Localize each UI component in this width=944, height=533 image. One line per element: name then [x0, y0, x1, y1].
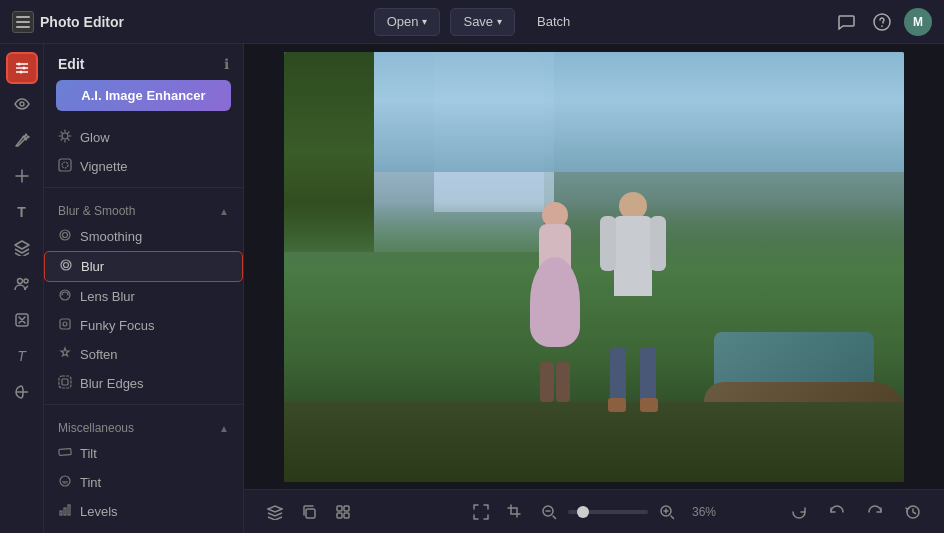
glow-label: Glow: [80, 130, 110, 145]
bottom-toolbar: 36%: [244, 489, 944, 533]
chat-icon[interactable]: [832, 8, 860, 36]
bottom-right-tools: [784, 497, 928, 527]
svg-point-16: [62, 162, 68, 168]
blur-label: Blur: [81, 259, 104, 274]
svg-rect-38: [344, 513, 349, 518]
crop-icon[interactable]: [500, 497, 530, 527]
canvas-view[interactable]: [244, 44, 944, 489]
svg-point-12: [24, 279, 28, 283]
svg-rect-25: [62, 379, 68, 385]
glow-item[interactable]: Glow: [44, 123, 243, 152]
canvas-area: 36%: [244, 44, 944, 533]
topbar-actions: M: [832, 8, 932, 36]
bottom-center-tools: 36%: [466, 497, 722, 527]
expand-icon[interactable]: [466, 497, 496, 527]
text-icon-btn[interactable]: T: [6, 196, 38, 228]
couple-silhouette: [520, 202, 668, 402]
svg-rect-15: [59, 159, 71, 171]
svg-rect-34: [306, 509, 315, 518]
funky-focus-item[interactable]: Funky Focus: [44, 311, 243, 340]
misc-section-header[interactable]: Miscellaneous ▲: [44, 411, 243, 439]
people-icon-btn[interactable]: [6, 268, 38, 300]
healing-icon-btn[interactable]: [6, 160, 38, 192]
open-button[interactable]: Open ▾: [374, 8, 441, 36]
zoom-slider[interactable]: [568, 510, 648, 514]
user-avatar[interactable]: M: [904, 8, 932, 36]
svg-rect-29: [64, 508, 66, 515]
zoom-in-icon[interactable]: [652, 497, 682, 527]
svg-rect-28: [60, 511, 62, 515]
batch-button[interactable]: Batch: [525, 8, 582, 36]
bottom-left-tools: [260, 497, 358, 527]
lens-blur-label: Lens Blur: [80, 289, 135, 304]
svg-point-14: [62, 133, 68, 139]
svg-point-10: [20, 102, 24, 106]
levels-icon: [58, 503, 72, 520]
panel-info-icon[interactable]: ℹ: [224, 56, 229, 72]
tint-icon: [58, 474, 72, 491]
svg-rect-22: [60, 319, 70, 329]
divider-1: [44, 187, 243, 188]
app-title: Photo Editor: [40, 14, 124, 30]
misc-chevron: ▲: [219, 423, 229, 434]
mask-icon-btn[interactable]: [6, 304, 38, 336]
refresh-icon[interactable]: [784, 497, 814, 527]
blur-edges-item[interactable]: Blur Edges: [44, 369, 243, 398]
soften-icon: [58, 346, 72, 363]
svg-point-3: [874, 14, 890, 30]
adjust-icon-btn[interactable]: [6, 52, 38, 84]
svg-point-8: [22, 67, 25, 70]
svg-point-23: [63, 322, 67, 326]
layers-icon-btn[interactable]: [6, 232, 38, 264]
undo-icon[interactable]: [822, 497, 852, 527]
save-button[interactable]: Save ▾: [450, 8, 515, 36]
main-layout: T T: [0, 44, 944, 533]
soften-item[interactable]: Soften: [44, 340, 243, 369]
art-icon-btn[interactable]: [6, 376, 38, 408]
blur-edges-label: Blur Edges: [80, 376, 144, 391]
type2-icon-btn[interactable]: T: [6, 340, 38, 372]
tilt-item[interactable]: Tilt: [44, 439, 243, 468]
blur-item[interactable]: Blur: [44, 251, 243, 282]
smoothing-icon: [58, 228, 72, 245]
history-icon[interactable]: [898, 497, 928, 527]
layers-tool-icon[interactable]: [260, 497, 290, 527]
svg-rect-24: [59, 376, 71, 388]
tilt-label: Tilt: [80, 446, 97, 461]
topbar: Photo Editor Open ▾ Save ▾ Batch M: [0, 0, 944, 44]
vignette-item[interactable]: Vignette: [44, 152, 243, 181]
svg-point-7: [17, 63, 20, 66]
levels-item[interactable]: Levels: [44, 497, 243, 526]
ai-enhancer-button[interactable]: A.I. Image Enhancer: [56, 80, 231, 111]
magic-icon-btn[interactable]: [6, 124, 38, 156]
lens-blur-icon: [58, 288, 72, 305]
eye-icon-btn[interactable]: [6, 88, 38, 120]
tint-label: Tint: [80, 475, 101, 490]
svg-point-9: [19, 71, 22, 74]
blur-smooth-section-header[interactable]: Blur & Smooth ▲: [44, 194, 243, 222]
figure-woman: [520, 202, 590, 402]
figure-man: [598, 202, 668, 402]
photo-canvas: [284, 52, 904, 482]
svg-rect-36: [344, 506, 349, 511]
blur-icon: [59, 258, 73, 275]
help-icon[interactable]: [868, 8, 896, 36]
svg-rect-30: [68, 505, 70, 515]
menu-icon[interactable]: [12, 11, 34, 33]
tint-item[interactable]: Tint: [44, 468, 243, 497]
color-mixer-item[interactable]: Color Mixer: [44, 526, 243, 533]
svg-rect-1: [16, 21, 30, 23]
funky-focus-icon: [58, 317, 72, 334]
blur-smooth-chevron: ▲: [219, 206, 229, 217]
ground-element: [284, 402, 904, 482]
zoom-out-icon[interactable]: [534, 497, 564, 527]
lens-blur-item[interactable]: Lens Blur: [44, 282, 243, 311]
copy-tool-icon[interactable]: [294, 497, 324, 527]
redo-icon[interactable]: [860, 497, 890, 527]
svg-point-20: [64, 263, 69, 268]
smoothing-item[interactable]: Smoothing: [44, 222, 243, 251]
grid-tool-icon[interactable]: [328, 497, 358, 527]
panel-header: Edit ℹ: [44, 44, 243, 80]
blur-edges-icon: [58, 375, 72, 392]
app-logo: Photo Editor: [12, 11, 124, 33]
